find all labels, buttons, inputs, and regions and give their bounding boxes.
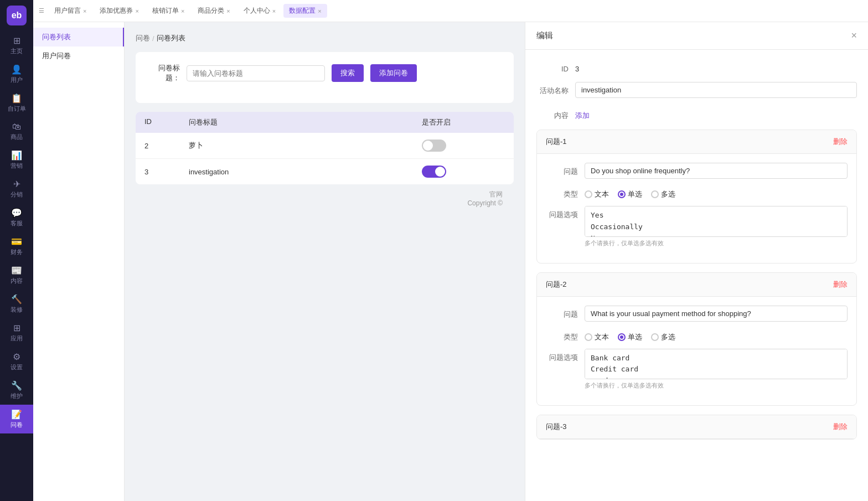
- tab-coupons[interactable]: 添加优惠券 ×: [94, 4, 144, 18]
- sidebar-item-service[interactable]: 💬 客服: [0, 203, 33, 232]
- type-multi-2[interactable]: 多选: [651, 332, 675, 342]
- delete-question-1-button[interactable]: 删除: [833, 137, 848, 147]
- toggle-row-0[interactable]: [422, 140, 446, 152]
- type-options-2: 文本 单选 多选: [585, 328, 675, 342]
- footer-site: 官网: [147, 190, 503, 199]
- options-textarea-2[interactable]: Bank card Credit card card: [585, 349, 848, 380]
- type-text-1[interactable]: 文本: [585, 189, 609, 199]
- tab-profile[interactable]: 个人中心 ×: [238, 4, 281, 18]
- type-single-2[interactable]: 单选: [618, 332, 642, 342]
- products-icon: 🛍: [12, 122, 21, 132]
- sidebar-item-users[interactable]: 👤 用户: [0, 60, 33, 89]
- tab-close-coupons[interactable]: ×: [135, 8, 138, 14]
- type-text-2[interactable]: 文本: [585, 332, 609, 342]
- id-label: ID: [536, 61, 575, 73]
- question-header-1: 问题-1 删除: [537, 130, 856, 154]
- secondary-sidebar: 问卷列表 用户问卷: [33, 22, 125, 501]
- radio-text-circle-2: [585, 333, 592, 341]
- radio-multi-circle-1: [651, 190, 659, 198]
- tab-close-categories[interactable]: ×: [226, 8, 230, 14]
- sidebar-item-apps[interactable]: ⊞ 应用: [0, 318, 33, 347]
- finance-icon: 💳: [11, 236, 22, 247]
- activity-name-row: 活动名称: [536, 82, 857, 98]
- question-body-1: 问题 类型 文本: [537, 154, 856, 263]
- type-single-1[interactable]: 单选: [618, 189, 642, 199]
- content-row: 内容 添加: [536, 107, 857, 121]
- sidebar-item-decoration[interactable]: 🔨 装修: [0, 290, 33, 318]
- type-options-1: 文本 单选 多选: [585, 185, 675, 199]
- sidebar-item-label: 用户: [11, 76, 23, 84]
- tabs-bar: ☰ 用户留言 × 添加优惠券 × 核销订单 × 商品分类 × 个人中心 × 数据…: [33, 0, 868, 22]
- edit-form: ID 3 活动名称 内容 添加 问题-1 删除: [525, 50, 868, 459]
- sidebar-item-settings[interactable]: ⚙ 设置: [0, 347, 33, 376]
- survey-icon: 📝: [11, 409, 22, 420]
- sidebar-item-content[interactable]: 📰 内容: [0, 261, 33, 290]
- content-icon: 📰: [11, 265, 22, 276]
- question-options-row-1: 问题选项 Yes Occasionally No 多个请换行，仅单选多选有效: [546, 206, 848, 247]
- nav-item-user-survey[interactable]: 用户问卷: [33, 47, 124, 65]
- breadcrumb: 问卷 / 问卷列表: [136, 33, 514, 43]
- sidebar-item-finance[interactable]: 💳 财务: [0, 232, 33, 261]
- delete-question-3-button[interactable]: 删除: [833, 422, 848, 432]
- nav-item-survey-list[interactable]: 问卷列表: [33, 28, 124, 47]
- delete-question-2-button[interactable]: 删除: [833, 280, 848, 290]
- content-label: 内容: [536, 107, 575, 121]
- sidebar-item-label: 商品: [11, 133, 23, 141]
- id-row: ID 3: [536, 61, 857, 73]
- question-type-row-1: 类型 文本 单选: [546, 185, 848, 199]
- sidebar-item-label: 问卷: [11, 421, 23, 429]
- question-text-input-2[interactable]: [585, 306, 848, 322]
- tab-messages[interactable]: 用户留言 ×: [49, 4, 92, 18]
- type-multi-label-2: 多选: [661, 332, 675, 342]
- question-text-input-1[interactable]: [585, 163, 848, 179]
- sidebar-item-products[interactable]: 🛍 商品: [0, 117, 33, 146]
- tab-close-messages[interactable]: ×: [83, 8, 86, 14]
- question-options-label-2: 问题选项: [546, 349, 585, 363]
- type-single-label-1: 单选: [628, 189, 642, 199]
- collapse-icon[interactable]: ☰: [39, 7, 44, 14]
- sidebar-item-label: 自订单: [8, 105, 26, 113]
- sidebar-item-label: 财务: [11, 248, 23, 256]
- service-icon: 💬: [11, 208, 22, 218]
- search-button[interactable]: 搜索: [332, 64, 364, 82]
- sidebar-item-label: 营销: [11, 162, 23, 170]
- tab-close-profile[interactable]: ×: [272, 8, 276, 14]
- close-edit-panel-button[interactable]: ×: [851, 30, 857, 42]
- sidebar-item-distribution[interactable]: ✈ 分销: [0, 174, 33, 203]
- question-type-label-2: 类型: [546, 328, 585, 342]
- options-textarea-1[interactable]: Yes Occasionally No: [585, 206, 848, 237]
- type-multi-1[interactable]: 多选: [651, 189, 675, 199]
- tab-close-data-config[interactable]: ×: [318, 8, 321, 14]
- activity-name-input[interactable]: [575, 82, 857, 98]
- row-id: 2: [144, 142, 189, 150]
- radio-single-circle-2: [618, 333, 626, 341]
- question-text-row-2: 问题: [546, 306, 848, 322]
- sidebar-item-maintenance[interactable]: 🔧 维护: [0, 376, 33, 405]
- sidebar-item-label: 分销: [11, 190, 23, 199]
- search-section: 问卷标题： 搜索 添加问卷: [136, 52, 514, 103]
- sidebar-item-orders[interactable]: 📋 自订单: [0, 89, 33, 117]
- sidebar-item-label: 装修: [11, 306, 23, 314]
- sidebar-item-marketing[interactable]: 📊 营销: [0, 146, 33, 174]
- add-content-link[interactable]: 添加: [575, 107, 590, 121]
- tab-orders[interactable]: 核销订单 ×: [147, 4, 190, 18]
- survey-table: ID 问卷标题 是否开启 2 萝卜 3 investigation: [136, 112, 514, 184]
- tab-data-config[interactable]: 数据配置 ×: [283, 4, 327, 18]
- edit-panel: 编辑 × ID 3 活动名称 内容 添加: [525, 22, 868, 501]
- activity-label: 活动名称: [536, 82, 575, 96]
- question-text-label-1: 问题: [546, 163, 585, 177]
- toggle-row-1[interactable]: [422, 166, 446, 178]
- question-card-3: 问题-3 删除: [536, 415, 857, 440]
- tab-categories[interactable]: 商品分类 ×: [192, 4, 235, 18]
- add-survey-button[interactable]: 添加问卷: [370, 64, 417, 82]
- table-row: 2 萝卜: [136, 133, 514, 159]
- sidebar-item-survey[interactable]: 📝 问卷: [0, 405, 33, 433]
- question-title-1: 问题-1: [546, 137, 567, 147]
- sidebar-item-label: 内容: [11, 277, 23, 285]
- breadcrumb-root: 问卷: [136, 33, 150, 43]
- app-logo[interactable]: eb: [7, 6, 27, 25]
- row-id: 3: [144, 168, 189, 176]
- tab-close-orders[interactable]: ×: [181, 8, 184, 14]
- search-input[interactable]: [187, 65, 325, 81]
- sidebar-item-home[interactable]: ⊞ 主页: [0, 31, 33, 60]
